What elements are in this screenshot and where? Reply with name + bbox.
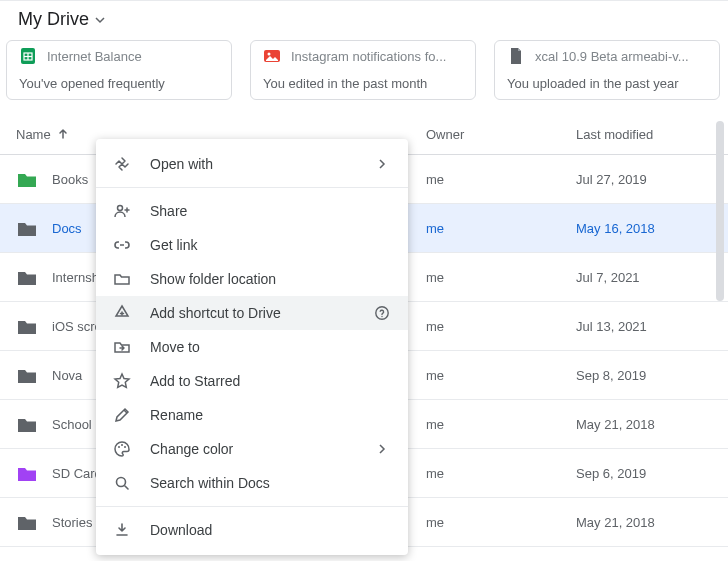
svg-point-10 bbox=[121, 444, 123, 446]
file-icon bbox=[507, 47, 525, 65]
search-icon bbox=[112, 474, 132, 492]
menu-share[interactable]: Share bbox=[96, 194, 408, 228]
svg-point-11 bbox=[124, 446, 126, 448]
folder-icon bbox=[16, 318, 36, 334]
svg-point-9 bbox=[118, 446, 120, 448]
file-modified: May 16, 2018 bbox=[576, 221, 712, 236]
context-menu: Open with Share Get link Show folder loc… bbox=[96, 139, 408, 555]
folder-icon bbox=[16, 514, 36, 530]
file-name: Docs bbox=[52, 221, 82, 236]
palette-icon bbox=[112, 440, 132, 458]
menu-download[interactable]: Download bbox=[96, 513, 408, 547]
file-owner: me bbox=[426, 417, 576, 432]
file-modified: May 21, 2018 bbox=[576, 417, 712, 432]
chevron-right-icon bbox=[372, 159, 392, 169]
file-modified: Sep 8, 2019 bbox=[576, 368, 712, 383]
svg-point-5 bbox=[268, 53, 271, 56]
file-modified: Jul 7, 2021 bbox=[576, 270, 712, 285]
card-subtitle: You uploaded in the past year bbox=[507, 76, 707, 91]
header-modified[interactable]: Last modified bbox=[576, 127, 712, 142]
header-owner[interactable]: Owner bbox=[426, 127, 576, 142]
file-owner: me bbox=[426, 515, 576, 530]
folder-icon bbox=[16, 171, 36, 187]
menu-show-location[interactable]: Show folder location bbox=[96, 262, 408, 296]
drive-shortcut-icon bbox=[112, 304, 132, 322]
file-modified: Jul 13, 2021 bbox=[576, 319, 712, 334]
menu-add-starred[interactable]: Add to Starred bbox=[96, 364, 408, 398]
file-modified: Jul 27, 2019 bbox=[576, 172, 712, 187]
menu-add-shortcut[interactable]: Add shortcut to Drive bbox=[96, 296, 408, 330]
file-owner: me bbox=[426, 368, 576, 383]
suggestion-card[interactable]: Instagram notifications fo... You edited… bbox=[250, 40, 476, 100]
chevron-right-icon bbox=[372, 444, 392, 454]
download-icon bbox=[112, 521, 132, 539]
menu-move-to[interactable]: Move to bbox=[96, 330, 408, 364]
svg-point-12 bbox=[117, 478, 126, 487]
star-outline-icon bbox=[112, 372, 132, 390]
file-owner: me bbox=[426, 270, 576, 285]
open-with-icon bbox=[112, 155, 132, 173]
help-icon[interactable] bbox=[372, 305, 392, 321]
folder-icon bbox=[16, 269, 36, 285]
card-subtitle: You've opened frequently bbox=[19, 76, 219, 91]
file-name: School bbox=[52, 417, 92, 432]
link-icon bbox=[112, 236, 132, 254]
title-bar[interactable]: My Drive bbox=[0, 1, 728, 40]
card-title: Instagram notifications fo... bbox=[291, 49, 446, 64]
menu-get-link[interactable]: Get link bbox=[96, 228, 408, 262]
file-name: Nova bbox=[52, 368, 82, 383]
person-add-icon bbox=[112, 202, 132, 220]
folder-outline-icon bbox=[112, 270, 132, 288]
page-title: My Drive bbox=[18, 9, 89, 30]
folder-icon bbox=[16, 465, 36, 481]
scrollbar-thumb[interactable] bbox=[716, 121, 724, 301]
file-owner: me bbox=[426, 319, 576, 334]
svg-point-8 bbox=[381, 316, 382, 317]
scrollbar-track[interactable] bbox=[716, 97, 724, 557]
folder-icon bbox=[16, 220, 36, 236]
menu-separator bbox=[96, 187, 408, 188]
card-title: Internet Balance bbox=[47, 49, 142, 64]
card-subtitle: You edited in the past month bbox=[263, 76, 463, 91]
file-owner: me bbox=[426, 172, 576, 187]
file-name: Books bbox=[52, 172, 88, 187]
title-dropdown-icon bbox=[95, 15, 105, 25]
sort-arrow-up-icon bbox=[57, 128, 69, 140]
card-title: xcal 10.9 Beta armeabi-v... bbox=[535, 49, 689, 64]
svg-point-7 bbox=[376, 307, 388, 319]
file-modified: Sep 6, 2019 bbox=[576, 466, 712, 481]
file-owner: me bbox=[426, 466, 576, 481]
menu-search-within[interactable]: Search within Docs bbox=[96, 466, 408, 500]
menu-open-with[interactable]: Open with bbox=[96, 147, 408, 181]
file-name: Stories bbox=[52, 515, 92, 530]
sheets-icon bbox=[19, 47, 37, 65]
pencil-icon bbox=[112, 406, 132, 424]
file-modified: May 21, 2018 bbox=[576, 515, 712, 530]
image-icon bbox=[263, 47, 281, 65]
suggestion-card[interactable]: Internet Balance You've opened frequentl… bbox=[6, 40, 232, 100]
folder-icon bbox=[16, 367, 36, 383]
folder-icon bbox=[16, 416, 36, 432]
menu-separator bbox=[96, 506, 408, 507]
suggestion-cards: Internet Balance You've opened frequentl… bbox=[0, 40, 728, 114]
svg-point-6 bbox=[118, 206, 123, 211]
move-to-icon bbox=[112, 338, 132, 356]
menu-rename[interactable]: Rename bbox=[96, 398, 408, 432]
file-owner: me bbox=[426, 221, 576, 236]
suggestion-card[interactable]: xcal 10.9 Beta armeabi-v... You uploaded… bbox=[494, 40, 720, 100]
menu-change-color[interactable]: Change color bbox=[96, 432, 408, 466]
